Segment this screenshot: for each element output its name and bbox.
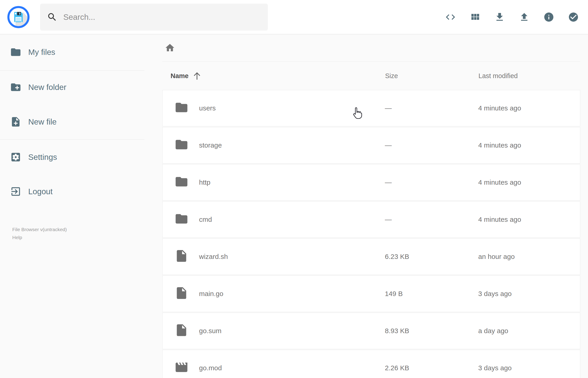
- file-size: 2.26 KB: [385, 364, 478, 372]
- file-name-cell: go.sum: [163, 323, 385, 339]
- breadcrumb: [162, 34, 580, 62]
- download-button[interactable]: [494, 12, 505, 23]
- note-add-icon: [10, 116, 21, 128]
- switch-view-button[interactable]: [469, 12, 481, 23]
- upload-button[interactable]: [519, 12, 530, 23]
- sidebar-item-new-file[interactable]: New file: [0, 112, 144, 132]
- file-modified: 4 minutes ago: [478, 178, 580, 186]
- folder-icon: [174, 175, 188, 190]
- file-icon: [174, 323, 188, 339]
- file-name-cell: cmd: [163, 212, 385, 228]
- column-header-modified[interactable]: Last modified: [479, 72, 580, 80]
- app-version-label: File Browser v(untracked): [12, 225, 144, 233]
- sidebar: My files New folder New file Settings Lo…: [0, 34, 144, 378]
- download-icon: [494, 12, 505, 23]
- logout-icon: [10, 186, 21, 197]
- code-icon: [445, 12, 456, 23]
- file-name-cell: go.mod: [163, 360, 385, 376]
- file-name: users: [199, 104, 216, 112]
- file-name-cell: users: [163, 100, 385, 116]
- upload-icon: [519, 12, 530, 23]
- filebrowser-logo[interactable]: [7, 5, 30, 29]
- file-size: —: [385, 141, 478, 149]
- sidebar-item-label: New folder: [28, 83, 66, 92]
- file-name: main.go: [199, 290, 223, 298]
- file-row[interactable]: users — 4 minutes ago: [162, 90, 580, 126]
- grid-view-icon: [469, 12, 481, 23]
- file-size: 149 B: [385, 290, 478, 298]
- sidebar-divider: [0, 70, 144, 71]
- file-row[interactable]: go.sum 8.93 KB a day ago: [162, 313, 580, 349]
- file-modified: 4 minutes ago: [478, 141, 580, 149]
- sort-ascending-icon: [192, 71, 202, 81]
- page-body: My files New folder New file Settings Lo…: [0, 34, 588, 378]
- folder-icon: [174, 100, 188, 116]
- column-header-name[interactable]: Name: [162, 71, 385, 81]
- select-multiple-button[interactable]: [568, 12, 579, 23]
- folder-icon: [174, 137, 188, 153]
- search-bar[interactable]: [40, 4, 268, 30]
- file-row[interactable]: go.mod 2.26 KB 3 days ago: [162, 350, 580, 378]
- home-icon[interactable]: [165, 42, 175, 53]
- file-name: wizard.sh: [199, 253, 228, 260]
- sidebar-item-label: My files: [28, 48, 55, 57]
- file-modified: 3 days ago: [478, 364, 580, 372]
- file-icon: [174, 286, 188, 302]
- sidebar-footer: File Browser v(untracked) Help: [0, 225, 144, 241]
- sidebar-divider: [0, 139, 144, 140]
- sidebar-item-my-files[interactable]: My files: [0, 42, 144, 62]
- folder-icon: [174, 212, 188, 228]
- file-size: —: [385, 216, 478, 223]
- file-icon: [174, 249, 188, 265]
- settings-icon: [10, 151, 21, 163]
- movie-icon: [174, 360, 188, 376]
- file-row[interactable]: main.go 149 B 3 days ago: [162, 276, 580, 312]
- file-size: —: [385, 104, 478, 112]
- sidebar-item-settings[interactable]: Settings: [0, 147, 144, 167]
- file-row[interactable]: http — 4 minutes ago: [162, 164, 580, 201]
- sidebar-item-new-folder[interactable]: New folder: [0, 77, 144, 97]
- sidebar-item-logout[interactable]: Logout: [0, 182, 144, 201]
- file-name-cell: main.go: [163, 286, 385, 302]
- file-name-cell: http: [163, 175, 385, 190]
- file-name: cmd: [199, 216, 212, 223]
- file-name-cell: wizard.sh: [163, 249, 385, 265]
- file-name: http: [199, 178, 210, 186]
- file-name-cell: storage: [163, 137, 385, 153]
- file-row[interactable]: cmd — 4 minutes ago: [162, 201, 580, 238]
- check-circle-icon: [568, 12, 579, 23]
- file-modified: 3 days ago: [478, 290, 580, 298]
- search-icon: [47, 12, 57, 22]
- listing-column-headers: Name Size Last modified: [162, 62, 580, 90]
- file-name: go.mod: [199, 364, 222, 372]
- sidebar-item-label: New file: [28, 117, 56, 126]
- header-actions: [445, 12, 588, 23]
- help-link[interactable]: Help: [12, 233, 144, 241]
- file-row[interactable]: storage — 4 minutes ago: [162, 127, 580, 163]
- info-icon: [543, 12, 554, 23]
- file-size: 6.23 KB: [385, 253, 478, 260]
- file-name: go.sum: [199, 327, 221, 335]
- main-content: Name Size Last modified users — 4 minute…: [144, 34, 588, 378]
- file-modified: 4 minutes ago: [478, 104, 580, 112]
- sidebar-item-label: Settings: [28, 153, 57, 162]
- column-header-size[interactable]: Size: [385, 72, 479, 80]
- app-header: [0, 0, 588, 34]
- file-size: —: [385, 178, 478, 186]
- shell-button[interactable]: [445, 12, 456, 23]
- file-modified: an hour ago: [478, 253, 580, 260]
- file-size: 8.93 KB: [385, 327, 478, 335]
- file-row[interactable]: wizard.sh 6.23 KB an hour ago: [162, 238, 580, 275]
- file-modified: 4 minutes ago: [478, 216, 580, 223]
- info-button[interactable]: [543, 12, 554, 23]
- create-new-folder-icon: [10, 81, 21, 93]
- search-input[interactable]: [63, 13, 261, 22]
- file-listing: users — 4 minutes ago storage — 4 minute…: [162, 90, 580, 378]
- file-name: storage: [199, 141, 222, 149]
- folder-icon: [10, 46, 21, 58]
- file-modified: a day ago: [478, 327, 580, 335]
- sidebar-item-label: Logout: [28, 187, 53, 196]
